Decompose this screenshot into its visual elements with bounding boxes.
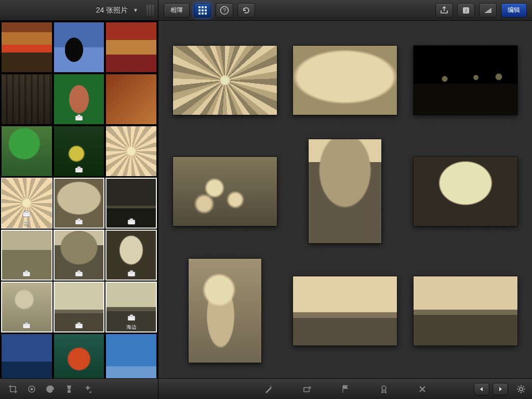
brush-tool[interactable]	[63, 383, 75, 395]
sidebar-thumb[interactable]	[105, 74, 157, 125]
svg-rect-39	[198, 12, 201, 15]
sidebar-thumb[interactable]	[1, 230, 52, 281]
svg-rect-34	[202, 6, 204, 8]
exposure-tool[interactable]	[26, 383, 37, 395]
sidebar-thumb[interactable]	[54, 230, 105, 281]
thumb-caption: 花	[24, 220, 29, 227]
sidebar-thumb[interactable]	[105, 178, 157, 229]
thumb-image	[106, 126, 156, 176]
thumb-image	[2, 334, 52, 378]
footer	[0, 378, 532, 399]
sidebar-thumb[interactable]	[54, 178, 105, 229]
flag-icon	[340, 384, 351, 394]
svg-rect-29	[75, 326, 83, 326]
info-button[interactable]: i	[457, 3, 475, 18]
svg-rect-4	[77, 167, 81, 168]
fx-tool[interactable]	[82, 383, 94, 395]
thumb-overlay	[2, 270, 52, 279]
svg-rect-8	[23, 214, 30, 215]
photo[interactable]	[173, 157, 277, 226]
photo-image	[309, 139, 381, 243]
palette-tool[interactable]	[45, 383, 56, 395]
adjust-button[interactable]	[479, 3, 497, 18]
sidebar-thumb[interactable]: 海边	[105, 282, 157, 332]
thumb-image	[106, 334, 156, 378]
thumb-overlay	[106, 270, 156, 279]
thumb-overlay	[54, 166, 104, 175]
sidebar-thumb[interactable]	[54, 74, 105, 125]
sidebar-thumb[interactable]	[1, 282, 52, 332]
prev-button[interactable]	[474, 383, 489, 395]
svg-rect-37	[202, 9, 204, 11]
svg-rect-48	[304, 388, 309, 392]
photo-canvas[interactable]	[158, 21, 532, 378]
photo[interactable]	[189, 259, 261, 363]
svg-rect-41	[205, 12, 207, 15]
sidebar-thumb[interactable]	[105, 230, 157, 281]
sidebar-thumb[interactable]	[105, 126, 157, 177]
sidebar-thumb[interactable]	[1, 74, 52, 125]
briefcase-icon	[127, 218, 136, 227]
photo[interactable]	[414, 157, 517, 226]
photo[interactable]	[414, 276, 517, 345]
thumb-image	[106, 22, 156, 72]
briefcase-icon	[75, 218, 83, 227]
photo[interactable]	[293, 276, 397, 345]
photo-image	[414, 46, 517, 115]
photo[interactable]	[414, 46, 517, 115]
sidebar-header[interactable]: 24 张照片 ▼	[0, 0, 158, 21]
back-button[interactable]: 相簿	[164, 3, 190, 18]
svg-rect-20	[75, 274, 83, 274]
sidebar-thumb[interactable]: 花	[1, 178, 52, 229]
briefcase-icon	[127, 314, 136, 323]
photo-cell	[411, 259, 520, 363]
thumb-overlay	[54, 270, 104, 279]
sidebar-thumb[interactable]	[105, 334, 157, 378]
photo-image	[173, 46, 277, 115]
photo[interactable]	[309, 139, 381, 243]
thumb-image	[54, 22, 104, 72]
settings-button[interactable]	[515, 383, 527, 395]
thumb-overlay	[54, 218, 104, 227]
photo[interactable]	[293, 46, 397, 115]
sidebar-thumb[interactable]	[54, 282, 105, 332]
undo-button[interactable]	[237, 3, 255, 18]
sidebar-thumb[interactable]	[54, 334, 105, 378]
fx-icon	[83, 384, 93, 394]
flag-tool[interactable]	[340, 383, 351, 395]
badge-tool[interactable]	[378, 383, 390, 395]
sidebar-thumb[interactable]	[54, 22, 105, 73]
photo-image	[173, 157, 277, 226]
photo[interactable]	[173, 46, 277, 115]
grid-view-button[interactable]	[194, 3, 211, 18]
brush-icon	[64, 384, 74, 394]
main-pane: 相簿 ? i 编辑	[158, 0, 532, 378]
svg-rect-31	[130, 315, 133, 316]
svg-rect-40	[202, 12, 204, 15]
photo-image	[414, 157, 517, 226]
next-icon	[497, 386, 503, 392]
wand-tool[interactable]	[263, 383, 274, 395]
photo-cell	[171, 36, 279, 124]
help-button[interactable]: ?	[216, 3, 233, 18]
main-toolbar: 相簿 ? i 编辑	[158, 0, 532, 21]
palette-icon	[45, 384, 56, 394]
thumb-image	[106, 74, 156, 124]
info-icon: i	[461, 6, 471, 15]
next-button[interactable]	[493, 383, 508, 395]
content-row: 24 张照片 ▼ 花海边 相簿 ?	[0, 0, 532, 378]
sidebar-thumb[interactable]	[105, 22, 157, 73]
svg-rect-23	[128, 274, 135, 274]
share-button[interactable]	[435, 3, 453, 18]
thumb-image	[54, 334, 104, 378]
sidebar-thumb-grid: 花海边	[0, 21, 158, 378]
close-tool[interactable]	[417, 383, 428, 395]
sidebar-thumb[interactable]	[1, 126, 52, 177]
sidebar-thumb[interactable]	[54, 126, 105, 177]
sidebar-thumb[interactable]	[1, 334, 52, 378]
sidebar-resize-handle[interactable]	[147, 5, 154, 16]
crop-tool[interactable]	[7, 383, 19, 395]
sidebar-thumb[interactable]	[1, 22, 52, 73]
edit-button[interactable]: 编辑	[501, 3, 527, 18]
rotate-tool[interactable]	[301, 383, 313, 395]
